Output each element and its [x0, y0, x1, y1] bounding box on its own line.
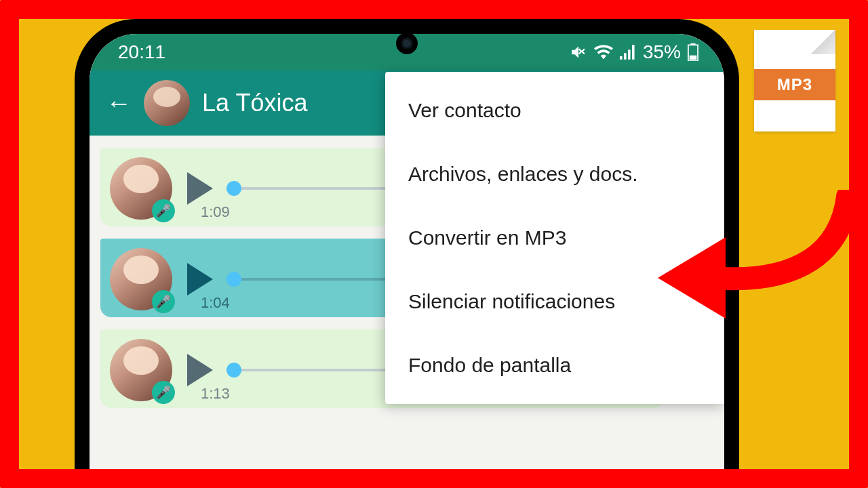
menu-item-3[interactable]: Silenciar notificaciones [385, 270, 724, 333]
menu-item-1[interactable]: Archivos, enlaces y docs. [385, 142, 724, 206]
camera-hole [396, 33, 418, 54]
menu-item-2[interactable]: Convertir en MP3 [385, 206, 724, 270]
menu-item-0[interactable]: Ver contacto [385, 79, 724, 142]
context-menu: Ver contactoArchivos, enlaces y docs.Con… [385, 72, 724, 404]
menu-item-4[interactable]: Fondo de pantalla [385, 333, 724, 397]
